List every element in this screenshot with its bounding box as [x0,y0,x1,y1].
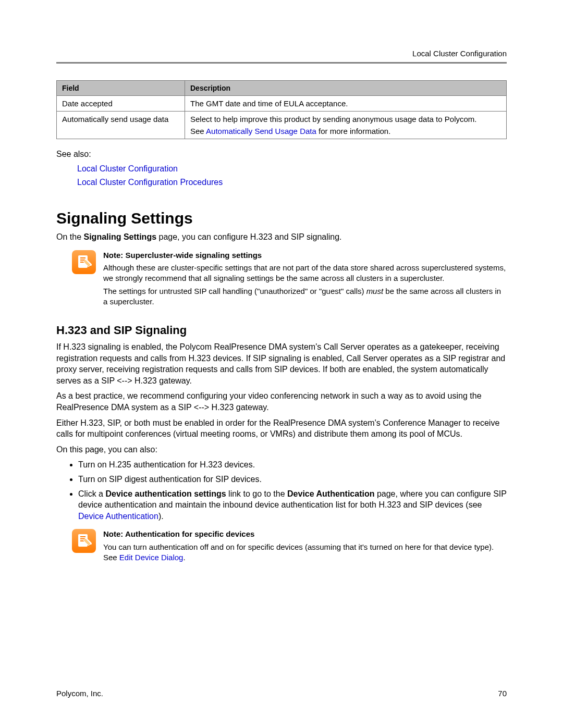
text: The settings for untrusted SIP call hand… [103,287,366,295]
cell-field: Automatically send usage data [57,112,185,139]
list-item: Turn on H.235 authentication for H.323 d… [78,459,507,471]
text: ). [158,512,164,521]
bullet-list: Turn on H.235 authentication for H.323 d… [68,459,507,522]
link-local-cluster-configuration-procedures[interactable]: Local Cluster Configuration Procedures [77,178,223,187]
note-content: Note: Authentication for specific device… [103,529,507,565]
th-description: Description [185,81,507,96]
italic-text: must [366,287,384,295]
link-local-cluster-configuration[interactable]: Local Cluster Configuration [77,164,178,173]
text: link to go to the [226,489,287,498]
note-supercluster: Note: Supercluster-wide signaling settin… [72,250,507,309]
list-item: Click a Device authentication settings l… [78,488,507,522]
cell-description: Select to help improve this product by s… [185,112,507,139]
note-icon [72,529,96,553]
subsection-heading-h323-sip: H.323 and SIP Signaling [56,324,507,337]
text: for more information. [316,127,391,135]
cell-field: Date accepted [57,96,185,112]
note-content: Note: Supercluster-wide signaling settin… [103,250,507,309]
table-header-row: Field Description [57,81,507,96]
table-row: Date accepted The GMT date and time of E… [57,96,507,112]
note-title: Note: Authentication for specific device… [103,529,507,539]
body-paragraph: If H.323 signaling is enabled, the Polyc… [56,341,507,386]
list-item: Turn on SIP digest authentication for SI… [78,474,507,485]
section-heading-signaling-settings: Signaling Settings [56,209,507,227]
body-paragraph: On this page, you can also: [56,444,507,455]
link-edit-device-dialog[interactable]: Edit Device Dialog [119,553,183,562]
bold-text: Device authentication settings [105,489,226,498]
body-paragraph: Either H.323, SIP, or both must be enabl… [56,417,507,440]
page-header-breadcrumb: Local Cluster Configuration [56,49,507,58]
cell-description: The GMT date and time of EULA acceptance… [185,96,507,112]
text: . [183,553,185,562]
body-paragraph: As a best practice, we recommend configu… [56,390,507,413]
cell-desc-line2: See Automatically Send Usage Data for mo… [190,127,501,135]
document-page: Local Cluster Configuration Field Descri… [0,0,563,728]
note-paragraph: You can turn authentication off and on f… [103,542,507,563]
cell-desc-line1: Select to help improve this product by s… [190,115,501,124]
note-paragraph: Although these are cluster-specific sett… [103,263,507,284]
footer-company: Polycom, Inc. [56,689,103,698]
link-auto-send-usage-data[interactable]: Automatically Send Usage Data [206,127,316,135]
section-intro: On the Signaling Settings page, you can … [56,231,507,243]
table-row: Automatically send usage data Select to … [57,112,507,139]
link-device-authentication[interactable]: Device Authentication [78,512,158,521]
bold-text: Device Authentication [287,489,374,498]
see-also-block: See also: Local Cluster Configuration Lo… [56,150,507,189]
footer-page-number: 70 [498,689,507,698]
text: On the [56,232,83,241]
text: See [190,127,206,135]
page-footer: Polycom, Inc. 70 [56,689,507,698]
th-field: Field [57,81,185,96]
note-title: Note: Supercluster-wide signaling settin… [103,250,507,261]
note-authentication: Note: Authentication for specific device… [72,529,507,565]
header-rule [56,62,507,64]
bold-text: Signaling Settings [83,232,156,241]
see-also-label: See also: [56,150,507,159]
note-paragraph: The settings for untrusted SIP call hand… [103,286,507,307]
note-icon [72,250,96,274]
text: page, you can configure H.323 and SIP si… [156,232,342,241]
field-description-table: Field Description Date accepted The GMT … [56,80,507,139]
text: Click a [78,489,105,498]
